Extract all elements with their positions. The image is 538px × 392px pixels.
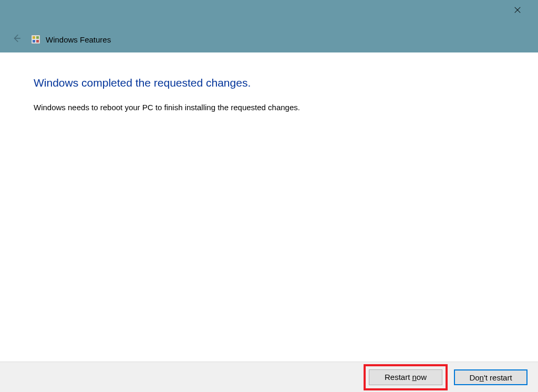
svg-rect-6 <box>33 40 35 43</box>
back-arrow-icon <box>12 34 22 46</box>
content-area: Windows completed the requested changes.… <box>0 52 538 362</box>
close-icon <box>514 5 521 16</box>
dont-restart-button[interactable]: Don't restart <box>454 369 527 385</box>
svg-rect-5 <box>36 36 39 39</box>
footer: Restart now Don't restart <box>0 362 538 392</box>
restart-now-button[interactable]: Restart now <box>369 369 442 385</box>
titlebar <box>0 0 538 26</box>
svg-rect-7 <box>36 40 39 43</box>
svg-rect-4 <box>33 36 35 39</box>
highlight-annotation: Restart now <box>364 364 448 390</box>
main-heading: Windows completed the requested changes. <box>34 77 504 89</box>
header-title: Windows Features <box>46 35 111 44</box>
close-button[interactable] <box>505 2 530 19</box>
windows-features-icon <box>31 35 40 44</box>
header: Windows Features <box>0 26 538 52</box>
body-text: Windows needs to reboot your PC to finis… <box>34 103 504 112</box>
